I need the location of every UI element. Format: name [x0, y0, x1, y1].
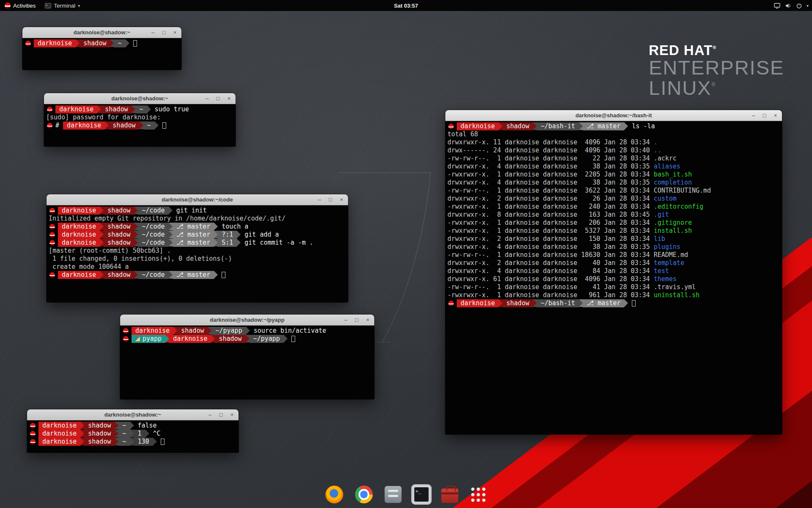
close-button[interactable]: ×	[365, 317, 370, 323]
close-button[interactable]: ×	[229, 412, 235, 417]
terminal-content[interactable]: darknoiseshadow~	[22, 38, 181, 70]
prompt-segment: ~	[135, 105, 147, 113]
prompt-segment: darknoise	[63, 121, 105, 130]
terminal-cursor	[161, 439, 165, 445]
output-line: -rwxrwxr-x. 1 darknoise darknoise 2205 J…	[447, 171, 780, 179]
terminal-content[interactable]: darknoiseshadow~/pyappsource bin/activat…	[120, 326, 374, 399]
prompt-segment: ~/code	[138, 231, 168, 239]
activities-button[interactable]: Activities	[0, 0, 40, 11]
prompt-segment: ~/code	[138, 271, 168, 279]
maximize-button[interactable]: □	[762, 113, 767, 118]
dock-item-terminal[interactable]: >_	[411, 484, 432, 505]
prompt-segment: darknoise	[58, 231, 100, 239]
maximize-button[interactable]: □	[215, 96, 221, 101]
window-titlebar[interactable]: darknoise@shadow:~–□×	[44, 93, 236, 104]
prompt-line: darknoiseshadow~1^C	[29, 430, 236, 438]
close-button[interactable]: ×	[172, 30, 178, 35]
prompt-segment: ~	[114, 39, 125, 47]
redhat-icon	[30, 431, 36, 436]
window-titlebar[interactable]: darknoise@shadow:~/bash-it–□×	[445, 110, 782, 121]
terminal-content[interactable]: darknoiseshadow~sudo true[sudo] password…	[44, 104, 236, 146]
terminal-content[interactable]: darknoiseshadow~falsedarknoiseshadow~1^C…	[27, 420, 239, 453]
segment-arrow-icon	[100, 223, 104, 230]
output-line: -rw-rw-r--. 1 darknoise darknoise 18630 …	[447, 251, 780, 259]
segment-arrow-icon	[110, 39, 114, 47]
system-tray[interactable]: ▾	[774, 0, 809, 11]
minimize-button[interactable]: –	[204, 96, 210, 101]
dock-item-files[interactable]	[383, 484, 404, 505]
terminal-window: darknoise@shadow:~–□×darknoiseshadow~fal…	[27, 409, 239, 453]
redhat-icon	[123, 336, 129, 342]
close-button[interactable]: ×	[773, 113, 778, 118]
dock-item-chrome[interactable]	[353, 483, 375, 505]
command-text: git init	[176, 207, 207, 215]
prompt-segment: darknoise	[132, 327, 173, 335]
window-title: darknoise@shadow:~	[111, 95, 168, 102]
clock[interactable]: Sat 03:57	[394, 3, 418, 9]
maximize-button[interactable]: □	[328, 197, 333, 202]
output-line: drwxrwxr-x. 4 darknoise darknoise 38 Jan…	[447, 163, 780, 171]
terminal-content[interactable]: darknoiseshadow~/codegit initInitialized…	[47, 205, 348, 302]
minimize-button[interactable]: –	[150, 30, 156, 35]
output-line: total 68	[447, 130, 780, 138]
window-titlebar[interactable]: darknoise@shadow:~/code–□×	[47, 194, 348, 205]
minimize-button[interactable]: –	[343, 317, 348, 323]
prompt-segment: darknoise	[34, 39, 76, 47]
segment-arrow-icon	[624, 299, 628, 307]
prompt-segment: ~/code	[138, 223, 168, 231]
window-titlebar[interactable]: darknoise@shadow:~–□×	[22, 27, 181, 38]
output-line: drwxrwxr-x. 2 darknoise darknoise 40 Jan…	[447, 259, 780, 267]
prompt-segment: ~/pyapp	[250, 335, 284, 343]
maximize-button[interactable]: □	[161, 30, 167, 35]
prompt-segment: darknoise	[38, 438, 80, 446]
window-titlebar[interactable]: darknoise@shadow:~–□×	[27, 409, 239, 420]
output-line: drwxrwxr-x. 61 darknoise darknoise 4096 …	[447, 275, 780, 283]
prompt-segment: darknoise	[58, 207, 100, 215]
terminal-content[interactable]: darknoiseshadow~/bash-it⎇ masterls -lato…	[445, 121, 782, 434]
windows-layer: darknoise@shadow:~–□×darknoiseshadow~dar…	[0, 0, 812, 508]
redhat-icon	[30, 423, 36, 428]
app-menu-terminal[interactable]: >_ Terminal ▾	[40, 0, 85, 11]
close-button[interactable]: ×	[226, 96, 232, 101]
prompt-segment: ⎇ master	[173, 239, 214, 247]
redhat-icon	[49, 272, 55, 278]
terminal-cursor	[162, 122, 166, 129]
terminal-cursor	[133, 40, 137, 47]
segment-arrow-icon	[214, 271, 218, 279]
terminal-window: darknoise@shadow:~–□×darknoiseshadow~	[22, 27, 181, 70]
prompt-segment: ~	[143, 121, 155, 130]
window-titlebar[interactable]: darknoise@shadow:~/pyapp–□×	[120, 315, 374, 326]
segment-arrow-icon	[147, 105, 151, 113]
prompt-segment: shadow	[104, 223, 134, 231]
prompt-line: darknoiseshadow~/bash-it⎇ master	[447, 299, 780, 307]
close-button[interactable]: ×	[339, 197, 344, 202]
prompt-line: darknoiseshadow~/bash-it⎇ masterls -la	[447, 122, 780, 130]
dock-item-toolbox[interactable]	[439, 484, 461, 505]
maximize-button[interactable]: □	[218, 412, 224, 417]
minimize-button[interactable]: –	[751, 113, 756, 118]
prompt-segment: ~	[118, 438, 130, 446]
prompt-line: darknoiseshadow~/code⎇ master?:1git add …	[49, 231, 346, 239]
segment-arrow-icon	[169, 207, 173, 214]
segment-arrow-icon	[624, 122, 628, 130]
minimize-button[interactable]: –	[317, 197, 322, 202]
output-line: drwxrwxr-x. 8 darknoise darknoise 163 Ja…	[447, 211, 780, 219]
segment-arrow-icon	[579, 299, 583, 307]
minimize-button[interactable]: –	[207, 412, 213, 417]
window-title: darknoise@shadow:~/pyapp	[210, 317, 284, 323]
segment-arrow-icon	[140, 121, 143, 129]
maximize-button[interactable]: □	[354, 317, 359, 323]
redhat-icon	[30, 439, 36, 444]
prompt-segment: shadow	[104, 239, 134, 247]
prompt-segment: ~/pyapp	[211, 327, 246, 335]
segment-arrow-icon	[115, 430, 118, 437]
dock-item-firefox[interactable]	[324, 483, 346, 505]
chrome-icon	[355, 486, 373, 503]
segment-arrow-icon	[214, 239, 218, 246]
window-controls: –□×	[343, 315, 370, 325]
prompt-segment: shadow	[84, 430, 115, 438]
output-line: -rw-rw-r--. 1 darknoise darknoise 3622 J…	[447, 187, 780, 195]
activities-label: Activities	[13, 3, 36, 9]
dock-item-apps[interactable]	[468, 484, 489, 505]
redhat-icon	[123, 328, 129, 334]
